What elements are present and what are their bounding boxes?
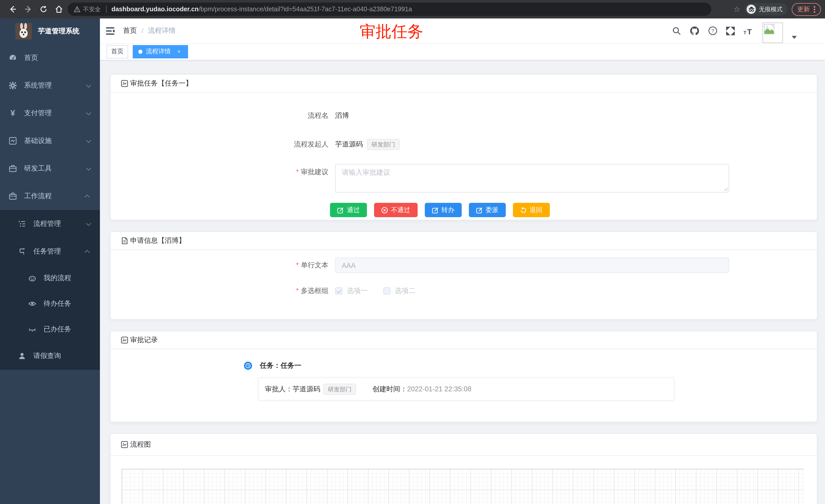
browser-chrome: 不安全 dashboard.yudao.iocoder.cn/bpm/proce… [0, 0, 825, 18]
tags-view: 首页 流程详情 × [100, 43, 825, 61]
approve-button[interactable]: 通过 [330, 203, 367, 217]
face-icon [28, 274, 36, 282]
eye-closed-icon [28, 325, 36, 333]
fullscreen-icon[interactable] [726, 26, 735, 35]
bookmark-star-icon[interactable]: ☆ [734, 5, 740, 14]
sidebar-toggle-icon[interactable] [106, 27, 115, 34]
transfer-button[interactable]: 转办 [425, 203, 461, 217]
page: 不安全 dashboard.yudao.iocoder.cn/bpm/proce… [0, 0, 825, 504]
checkbox-option-1[interactable]: 选项一 [335, 286, 368, 296]
sidebar-item-my-process[interactable]: 我的流程 [0, 265, 100, 291]
browser-menu-icon[interactable] [814, 6, 815, 12]
clock-icon [244, 362, 252, 370]
sidebar-item-home[interactable]: 首页 [0, 44, 100, 72]
button-label: 不通过 [391, 205, 410, 215]
resize-grip[interactable] [723, 186, 728, 191]
sidebar-item-leave-query[interactable]: 请假查询 [0, 342, 100, 370]
sidebar-item-label: 系统管理 [24, 81, 86, 90]
checkbox-option-2[interactable]: 选项二 [383, 286, 416, 296]
button-label: 转办 [441, 205, 454, 215]
sidebar-item-system[interactable]: 系统管理 [0, 72, 100, 99]
checkbox-label: 选项一 [347, 286, 368, 296]
annotation-title: 审批任务 [360, 21, 423, 43]
text-field-input[interactable]: AAA [335, 258, 729, 273]
back-icon[interactable] [7, 3, 19, 15]
assignee-label: 审批人： [265, 385, 293, 394]
close-icon[interactable]: × [175, 48, 182, 55]
github-icon[interactable] [690, 26, 699, 35]
return-button[interactable]: 退回 [513, 203, 549, 217]
update-button[interactable]: 更新 [792, 3, 821, 16]
help-icon[interactable]: ? [708, 26, 718, 35]
sidebar-item-label: 已办任务 [44, 325, 93, 334]
initiator-value: 芋道源码 [335, 140, 363, 149]
delegate-button[interactable]: 委派 [469, 203, 506, 217]
record-panel: 审批人： 芋道源码 研发部门 创建时间： 2022-01-21 22:35:08 [258, 377, 674, 401]
card-title: 流程图 [130, 440, 151, 449]
textarea-placeholder: 请输入审批建议 [342, 169, 390, 176]
incognito-icon [747, 5, 756, 14]
breadcrumb-separator: / [141, 27, 144, 34]
forward-icon[interactable] [22, 3, 34, 15]
record-card-header: 审批记录 [111, 331, 817, 349]
search-icon[interactable] [672, 26, 681, 35]
security-chip[interactable]: 不安全 [74, 5, 101, 13]
sidebar-item-label: 支付管理 [24, 108, 86, 118]
yen-icon: ¥ [9, 109, 17, 117]
home-icon[interactable] [53, 3, 65, 15]
sidebar-item-label: 研发工具 [24, 164, 86, 173]
reject-button[interactable]: 不通过 [374, 203, 418, 217]
create-time-label: 创建时间： [373, 385, 407, 394]
timeline-item: 任务：任务一 [244, 361, 817, 370]
suggestion-textarea[interactable]: 请输入审批建议 [335, 164, 729, 192]
bpmn-canvas[interactable] [122, 469, 804, 504]
sidebar-item-label: 工作流程 [24, 191, 86, 201]
sidebar-item-task-mgmt[interactable]: 任务管理 [0, 238, 100, 265]
sidebar-item-label: 任务管理 [33, 247, 86, 256]
checkbox-group-label: 多选框组 [111, 286, 335, 296]
app-logo [15, 23, 32, 39]
sidebar-item-process-mgmt[interactable]: 流程管理 [0, 210, 100, 238]
briefcase-icon [9, 192, 17, 200]
circle-close-icon [381, 207, 388, 213]
address-bar[interactable]: 不安全 dashboard.yudao.iocoder.cn/bpm/proce… [68, 3, 711, 16]
checkbox-label: 选项二 [395, 286, 416, 296]
suggestion-label: 审批建议 [111, 167, 335, 177]
approval-record-card: 审批记录 任务：任务一 审批人： 芋道源码 研发部门 创建时间： 2022-01… [110, 331, 817, 422]
sidebar-item-infra[interactable]: 基础设施 [0, 127, 100, 155]
sidebar-item-label: 首页 [24, 53, 93, 63]
picture-icon [121, 80, 128, 87]
sidebar-item-label: 我的流程 [44, 273, 93, 283]
tab-process-detail[interactable]: 流程详情 × [133, 45, 188, 58]
sidebar-item-label: 请假查询 [33, 351, 93, 360]
sidebar-item-pay[interactable]: ¥ 支付管理 [0, 99, 100, 127]
sidebar-item-done-tasks[interactable]: 已办任务 [0, 317, 100, 342]
sidebar-item-todo-tasks[interactable]: 待办任务 [0, 291, 100, 317]
incognito-badge: 无痕模式 [745, 3, 788, 15]
chevron-down-icon [86, 82, 91, 87]
tab-home[interactable]: 首页 [106, 45, 128, 58]
font-size-icon[interactable]: TT [744, 27, 754, 35]
sidebar-item-devtools[interactable]: 研发工具 [0, 155, 100, 182]
caret-down-icon[interactable] [792, 36, 797, 39]
tab-label: 首页 [111, 47, 124, 56]
button-label: 委派 [485, 205, 498, 215]
chevron-down-icon [86, 165, 91, 170]
svg-text:T: T [747, 27, 752, 35]
avatar[interactable] [762, 22, 783, 43]
reload-icon[interactable] [38, 3, 50, 15]
dept-tag: 研发部门 [323, 384, 356, 395]
breadcrumb-home[interactable]: 首页 [123, 26, 137, 35]
sidebar-item-label: 待办任务 [44, 299, 93, 308]
input-value: AAA [342, 261, 356, 269]
apply-info-card: 申请信息【滔博】 单行文本 AAA 多选框组 选项一 [110, 232, 817, 320]
app-logo-row[interactable]: 芋道管理系统 [0, 18, 100, 44]
page-content: 审批任务【任务一】 流程名 滔博 流程发起人 芋道源码 研发部门 [100, 61, 825, 504]
process-diagram-card: 流程图 [110, 433, 817, 504]
edit-icon [337, 207, 344, 213]
card-title: 审批记录 [130, 335, 158, 345]
sidebar-item-workflow[interactable]: 工作流程 [0, 182, 100, 210]
eye-icon [28, 300, 36, 308]
flow-icon [18, 247, 26, 256]
chevron-down-icon [86, 221, 91, 226]
